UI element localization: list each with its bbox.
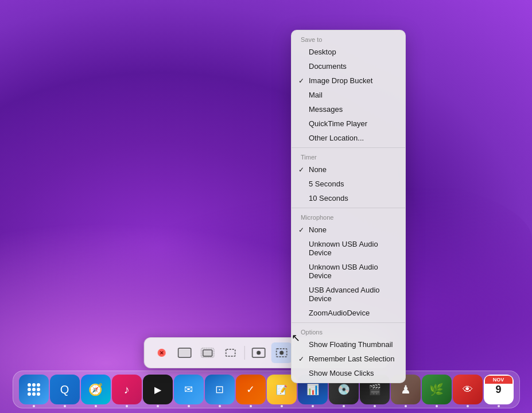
menu-item-usb-advanced[interactable]: USB Advanced Audio Device [292,283,405,306]
menu-item-image-drop-bucket[interactable]: Image Drop Bucket [292,73,405,88]
capture-selection-button[interactable] [220,342,240,363]
menu-item-5-seconds[interactable]: 5 Seconds [292,177,405,191]
mouse-cursor: ↖ [292,332,300,344]
svg-rect-4 [179,349,189,356]
menu-item-show-mouse[interactable]: Show Mouse Clicks [292,366,405,380]
capture-window-icon [200,348,214,358]
dock-item-omnifocus[interactable]: ✓ [236,375,266,404]
menu-item-zoom-audio[interactable]: ZoomAudioDevice [292,306,405,320]
dock-item-fern[interactable]: 🌿 [422,375,452,404]
dock-item-appletv[interactable]: ▶ [143,375,173,404]
menu-item-other-location[interactable]: Other Location... [292,131,405,145]
dock-item-preview[interactable]: 👁 [453,375,483,404]
svg-rect-7 [203,351,211,356]
menu-item-mail[interactable]: Mail [292,88,405,102]
capture-full-icon [177,348,191,358]
save-to-section-label: Save to [292,33,405,45]
microphone-section-label: Microphone [292,211,405,223]
menu-item-remember-last[interactable]: Remember Last Selection [292,352,405,366]
menu-item-unknown-usb-2[interactable]: Unknown USB Audio Device [292,260,405,283]
dock-item-quicktime[interactable]: Q [50,375,80,404]
menu-item-documents[interactable]: Documents [292,59,405,73]
svg-point-10 [257,351,261,355]
capture-full-screen-button[interactable] [174,342,195,363]
dock-item-safari[interactable]: 🧭 [81,375,111,404]
dock: Q 🧭 ♪ ▶ ✉ ⊡ ✓ 📝 📊 💿 🎬 ♟ 🌿 👁 NOV 9 [13,371,520,408]
dock-item-music[interactable]: ♪ [112,375,142,404]
close-icon [157,349,165,357]
divider-1 [292,147,405,148]
dock-item-screens[interactable]: ⊡ [205,375,235,404]
menu-item-messages[interactable]: Messages [292,102,405,116]
dock-item-mail[interactable]: ✉ [174,375,204,404]
toolbar-divider [244,346,244,360]
menu-item-show-floating[interactable]: Show Floating Thumbnail [292,337,405,352]
dock-item-calendar[interactable]: NOV 9 [484,375,514,404]
record-full-button[interactable] [248,342,269,363]
svg-rect-8 [226,349,235,356]
dock-item-launchpad[interactable] [19,375,49,404]
menu-item-unknown-usb-1[interactable]: Unknown USB Audio Device [292,237,405,260]
menu-item-timer-none[interactable]: None [292,162,405,177]
options-context-menu: Save to Desktop Documents Image Drop Buc… [291,30,406,383]
capture-window-button[interactable] [197,342,218,363]
capture-selection-icon [223,348,237,358]
menu-item-mic-none[interactable]: None [292,223,405,237]
timer-section-label: Timer [292,150,405,162]
menu-item-10-seconds[interactable]: 10 Seconds [292,191,405,205]
record-full-icon [251,348,265,358]
menu-item-quicktime-player[interactable]: QuickTime Player [292,116,405,131]
record-selection-icon [274,348,288,358]
close-button[interactable] [151,342,172,363]
divider-3 [292,322,405,323]
menu-item-desktop[interactable]: Desktop [292,45,405,59]
options-section-label: Options [292,325,405,337]
record-selection-button[interactable] [271,342,292,363]
divider-2 [292,208,405,208]
svg-point-12 [279,351,284,355]
